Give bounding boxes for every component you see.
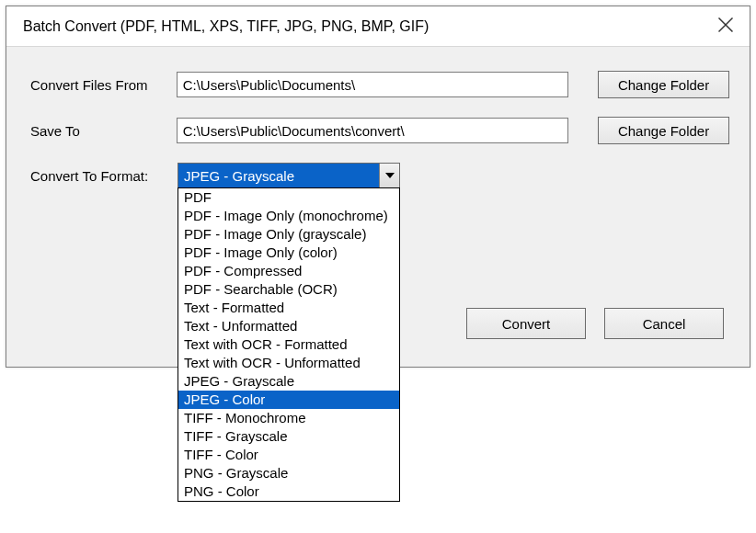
format-option[interactable]: TIFF - Grayscale [178,427,399,446]
change-folder-from-button[interactable]: Change Folder [598,71,729,98]
close-icon [716,16,735,34]
format-option[interactable]: PDF [178,188,399,207]
format-option[interactable]: JPEG - Color [178,391,399,409]
row-convert-from: Convert Files From Change Folder [30,71,729,98]
format-dropdown-list[interactable]: PDFPDF - Image Only (monochrome)PDF - Im… [178,187,400,502]
format-option[interactable]: PDF - Searchable (OCR) [178,280,399,299]
format-option[interactable]: TIFF - Monochrome [178,409,399,427]
label-save-to: Save To [30,123,177,139]
batch-convert-dialog: Batch Convert (PDF, HTML, XPS, TIFF, JPG… [6,6,750,368]
format-option[interactable]: Text with OCR - Unformatted [178,354,399,372]
close-button[interactable] [716,16,735,37]
format-combobox[interactable]: JPEG - Grayscale [178,163,400,188]
input-save-to[interactable] [177,118,568,143]
format-option[interactable]: PDF - Image Only (monochrome) [178,207,399,225]
row-format: Convert To Format: JPEG - Grayscale PDFP… [30,163,729,188]
dialog-body: Convert Files From Change Folder Save To… [6,47,750,367]
chevron-down-icon [385,173,395,178]
format-option[interactable]: PNG - Grayscale [178,464,399,482]
format-option[interactable]: PDF - Image Only (grayscale) [178,225,399,244]
titlebar: Batch Convert (PDF, HTML, XPS, TIFF, JPG… [6,6,750,47]
svg-marker-2 [385,173,395,178]
convert-button[interactable]: Convert [466,308,586,339]
format-option[interactable]: TIFF - Color [178,446,399,464]
format-option[interactable]: JPEG - Grayscale [178,372,399,391]
window-title: Batch Convert (PDF, HTML, XPS, TIFF, JPG… [23,18,429,35]
format-option[interactable]: PDF - Image Only (color) [178,244,399,262]
format-selected-text: JPEG - Grayscale [178,164,379,187]
change-folder-save-button[interactable]: Change Folder [598,117,729,144]
format-option[interactable]: Text - Unformatted [178,317,399,335]
format-combo-wrap: JPEG - Grayscale PDFPDF - Image Only (mo… [178,163,400,188]
label-convert-format: Convert To Format: [30,168,178,184]
format-option[interactable]: PNG - Color [178,482,399,501]
format-dropdown-button[interactable] [379,164,399,187]
row-save-to: Save To Change Folder [30,117,729,144]
label-convert-from: Convert Files From [30,77,177,93]
format-option[interactable]: Text - Formatted [178,299,399,317]
cancel-button[interactable]: Cancel [604,308,724,339]
format-option[interactable]: PDF - Compressed [178,262,399,280]
format-option[interactable]: Text with OCR - Formatted [178,335,399,354]
input-convert-from[interactable] [177,72,568,97]
